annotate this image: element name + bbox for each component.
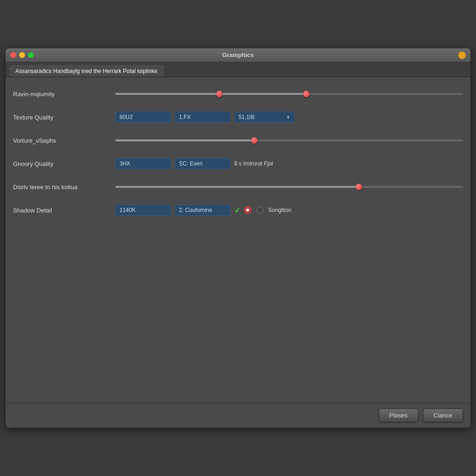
radio-button-active[interactable] xyxy=(244,206,251,214)
vorture-slider-fill xyxy=(115,139,254,141)
ravin-slider-track[interactable] xyxy=(115,93,463,95)
ravin-label: Ravin-mqiumity xyxy=(13,91,115,98)
ravin-slider-container[interactable] xyxy=(115,93,463,95)
setting-row-gnoory: Gnoory Quality 8 v Imtrurat Fjul xyxy=(13,155,463,172)
settings-content: Ravin-mqiumity Texture Quality 51,1IB ▼ xyxy=(6,77,470,403)
gnoory-input-group: 8 v Imtrurat Fjul xyxy=(115,158,273,169)
radio-button-inactive[interactable] xyxy=(256,206,264,214)
check-mark-icon: ✓ xyxy=(234,206,240,215)
radio-group: Songltion xyxy=(244,206,291,214)
shadow-field1[interactable] xyxy=(115,205,171,216)
footer: Plases Clance xyxy=(6,403,470,428)
texture-input-group: 51,1IB ▼ xyxy=(115,112,295,123)
disrlv-slider-track[interactable] xyxy=(115,186,463,188)
plases-button[interactable]: Plases xyxy=(379,409,418,422)
shadow-field2[interactable] xyxy=(175,205,231,216)
close-button[interactable] xyxy=(10,52,16,58)
shadow-label: Shadow Detail xyxy=(13,207,115,214)
texture-field1[interactable] xyxy=(115,112,171,123)
vorture-slider-container[interactable] xyxy=(115,139,463,141)
dropdown-arrow-icon: ▼ xyxy=(286,115,291,120)
gnoory-field1[interactable] xyxy=(115,158,171,169)
texture-dropdown[interactable]: 51,1IB ▼ xyxy=(234,112,295,123)
ravin-slider-thumb-right[interactable] xyxy=(303,91,310,97)
title-bar: Gramphics xyxy=(6,48,470,62)
texture-field2[interactable] xyxy=(175,112,231,123)
notification-dot xyxy=(458,52,466,59)
radio-inner-dot xyxy=(246,209,249,212)
window-title: Gramphics xyxy=(222,52,254,59)
gnoory-field3: 8 v Imtrurat Fjul xyxy=(234,160,273,167)
setting-row-disrlv: Disrlv teree to his koltua xyxy=(13,178,463,195)
main-window: Gramphics Assansaradics Handbaylg ined t… xyxy=(6,48,470,428)
setting-row-ravin: Ravin-mqiumity xyxy=(13,86,463,102)
vorture-slider-thumb[interactable] xyxy=(251,137,258,144)
ravin-slider-fill xyxy=(115,93,306,95)
clance-button[interactable]: Clance xyxy=(423,409,463,422)
maximize-button[interactable] xyxy=(28,52,34,58)
setting-row-shadow: Shadow Detail ✓ Songltion xyxy=(13,202,463,218)
disrlv-slider-fill xyxy=(115,186,359,188)
setting-row-vorture: Vorture_vSephs xyxy=(13,132,463,149)
tab-bar: Assansaradics Handbaylg ined the Herrark… xyxy=(6,62,470,77)
shadow-input-group: ✓ Songltion xyxy=(115,205,291,216)
traffic-lights xyxy=(10,52,34,58)
tab-main[interactable]: Assansaradics Handbaylg ined the Herrark… xyxy=(9,65,164,77)
minimize-button[interactable] xyxy=(19,52,25,58)
disrlv-slider-container[interactable] xyxy=(115,186,463,188)
vorture-label: Vorture_vSephs xyxy=(13,137,115,144)
disrlv-slider-thumb[interactable] xyxy=(356,184,362,190)
gnoory-field2[interactable] xyxy=(175,158,231,169)
texture-label: Texture Quality xyxy=(13,114,115,121)
radio-item-inactive[interactable] xyxy=(256,206,264,214)
radio-item-active[interactable] xyxy=(244,206,251,214)
disrlv-label: Disrlv teree to his koltua xyxy=(13,184,115,191)
setting-row-texture: Texture Quality 51,1IB ▼ xyxy=(13,109,463,126)
vorture-slider-track[interactable] xyxy=(115,139,463,141)
ravin-slider-thumb-left[interactable] xyxy=(216,91,223,97)
radio-label: Songltion xyxy=(268,207,291,213)
gnoory-label: Gnoory Quality xyxy=(13,160,115,167)
